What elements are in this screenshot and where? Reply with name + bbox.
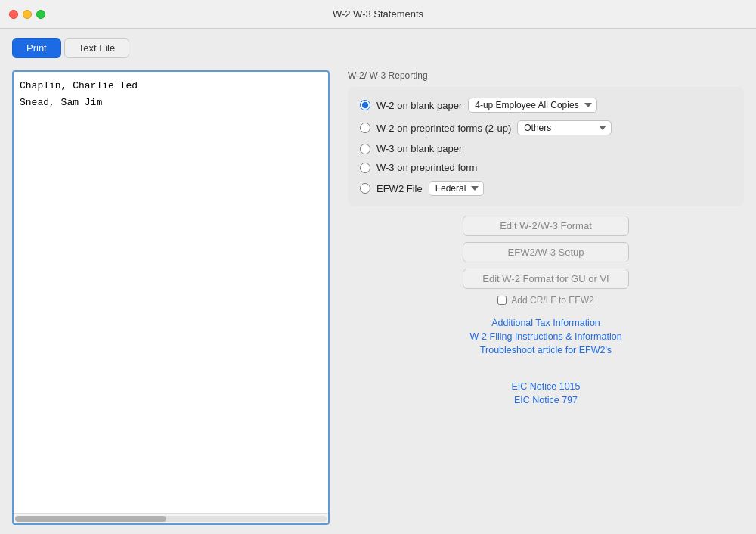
titlebar: W-2 W-3 Statements (0, 0, 756, 29)
links-group-main: Additional Tax Information W-2 Filing In… (469, 318, 621, 355)
radio-w2-blank[interactable] (360, 100, 370, 110)
radio-row-w2-blank: W-2 on blank paper 4-up Employee All Cop… (360, 98, 732, 113)
minimize-button[interactable] (23, 10, 32, 19)
employee-list-container: Chaplin, Charlie Ted Snead, Sam Jim (12, 70, 330, 525)
reporting-box: W-2 on blank paper 4-up Employee All Cop… (348, 87, 744, 206)
efw2-setup-button[interactable]: EFW2/W-3 Setup (463, 242, 629, 262)
main-content: Print Text File Chaplin, Charlie Ted Sne… (0, 29, 756, 534)
reporting-section-label: W-2/ W-3 Reporting (348, 70, 744, 81)
link-troubleshoot[interactable]: Troubleshoot article for EFW2's (480, 345, 612, 355)
radio-row-w3-blank: W-3 on blank paper (360, 143, 732, 154)
links-group-eic: EIC Notice 1015 EIC Notice 797 (511, 381, 580, 405)
radio-w2-preprinted[interactable] (360, 123, 370, 133)
add-cr-label: Add CR/LF to EFW2 (511, 295, 593, 306)
link-eic-1015[interactable]: EIC Notice 1015 (511, 381, 580, 392)
dropdown-others[interactable]: Others Employer Copy 1 Employer Copy 2 (517, 120, 612, 135)
right-panel: W-2/ W-3 Reporting W-2 on blank paper 4-… (348, 70, 744, 525)
maximize-button[interactable] (36, 10, 45, 19)
dropdown-copies[interactable]: 4-up Employee All Copies Employee Copy B… (468, 98, 597, 113)
radio-row-w2-preprinted: W-2 on preprinted forms (2-up) Others Em… (360, 120, 732, 135)
add-cr-row: Add CR/LF to EFW2 (497, 295, 593, 306)
list-item: Chaplin, Charlie Ted (20, 78, 322, 95)
tab-textfile[interactable]: Text File (64, 38, 129, 58)
close-button[interactable] (9, 10, 18, 19)
window-title: W-2 W-3 Statements (333, 8, 423, 20)
tab-print[interactable]: Print (12, 38, 61, 58)
links-divider (544, 362, 547, 375)
radio-label-efw2: EFW2 File (376, 183, 423, 194)
add-cr-checkbox[interactable] (497, 296, 507, 305)
edit-format-button[interactable]: Edit W-2/W-3 Format (463, 216, 629, 236)
radio-w3-preprinted[interactable] (360, 163, 370, 173)
radio-row-w3-preprinted: W-3 on preprinted form (360, 162, 732, 173)
traffic-lights (9, 10, 45, 19)
radio-w3-blank[interactable] (360, 144, 370, 154)
tab-bar: Print Text File (12, 38, 744, 58)
employee-list[interactable]: Chaplin, Charlie Ted Snead, Sam Jim (14, 72, 328, 513)
radio-label-w3-preprinted: W-3 on preprinted form (376, 162, 477, 173)
radio-label-w2-preprinted: W-2 on preprinted forms (2-up) (376, 123, 511, 134)
dropdown-federal[interactable]: Federal State (429, 181, 484, 196)
links-section: Additional Tax Information W-2 Filing In… (348, 318, 744, 405)
link-w2-filing[interactable]: W-2 Filing Instructions & Information (469, 331, 621, 342)
radio-efw2[interactable] (360, 183, 370, 194)
body-row: Chaplin, Charlie Ted Snead, Sam Jim W-2/… (12, 70, 744, 525)
link-eic-797[interactable]: EIC Notice 797 (514, 395, 578, 405)
edit-format-gv-button[interactable]: Edit W-2 Format for GU or VI (463, 269, 629, 289)
link-additional-tax[interactable]: Additional Tax Information (491, 318, 600, 328)
list-item: Snead, Sam Jim (20, 95, 322, 111)
scrollbar-area (14, 513, 328, 523)
radio-label-w2-blank: W-2 on blank paper (376, 100, 462, 111)
radio-label-w3-blank: W-3 on blank paper (376, 143, 462, 154)
scrollbar-thumb[interactable] (15, 516, 166, 522)
radio-row-efw2: EFW2 File Federal State (360, 181, 732, 196)
action-buttons: Edit W-2/W-3 Format EFW2/W-3 Setup Edit … (348, 216, 744, 306)
scrollbar-track (15, 516, 327, 522)
